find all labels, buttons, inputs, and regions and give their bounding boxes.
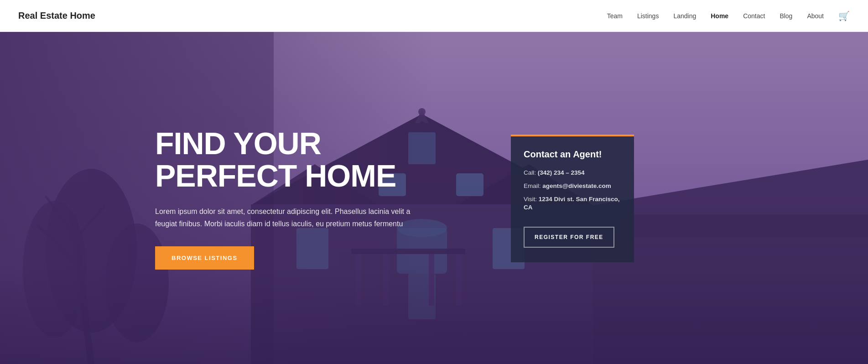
hero-section: FIND YOUR PERFECT HOME Lorem ipsum dolor… xyxy=(0,32,868,364)
nav-contact[interactable]: Contact xyxy=(743,12,765,20)
main-nav: Team Listings Landing Home Contact Blog … xyxy=(607,10,850,21)
nav-team[interactable]: Team xyxy=(607,12,623,20)
contact-phone-label: Call: xyxy=(524,169,538,176)
contact-email: Email: agents@diviestate.com xyxy=(524,182,621,191)
nav-home[interactable]: Home xyxy=(711,12,728,20)
contact-address-label: Visit: xyxy=(524,196,539,203)
contact-card-title: Contact an Agent! xyxy=(524,149,621,160)
nav-listings[interactable]: Listings xyxy=(637,12,659,20)
cart-icon[interactable]: 🛒 xyxy=(838,10,850,21)
hero-content: FIND YOUR PERFECT HOME Lorem ipsum dolor… xyxy=(0,127,868,270)
contact-phone: Call: (342) 234 – 2354 xyxy=(524,169,621,177)
contact-agent-card: Contact an Agent! Call: (342) 234 – 2354… xyxy=(511,135,634,263)
register-free-button[interactable]: REGISTER FOR FREE xyxy=(524,227,614,248)
nav-blog[interactable]: Blog xyxy=(780,12,792,20)
header: Real Estate Home Team Listings Landing H… xyxy=(0,0,868,32)
nav-landing[interactable]: Landing xyxy=(673,12,696,20)
contact-email-value: agents@diviestate.com xyxy=(542,182,611,189)
hero-description: Lorem ipsum dolor sit amet, consectetur … xyxy=(155,205,411,230)
contact-phone-value: (342) 234 – 2354 xyxy=(538,169,585,176)
hero-text-block: FIND YOUR PERFECT HOME Lorem ipsum dolor… xyxy=(155,127,420,270)
browse-listings-button[interactable]: BROWSE LISTINGS xyxy=(155,246,254,270)
hero-title: FIND YOUR PERFECT HOME xyxy=(155,127,420,192)
contact-address: Visit: 1234 Divi st. San Francisco, CA xyxy=(524,195,621,213)
site-logo: Real Estate Home xyxy=(18,10,95,21)
nav-about[interactable]: About xyxy=(807,12,824,20)
contact-email-label: Email: xyxy=(524,182,542,189)
